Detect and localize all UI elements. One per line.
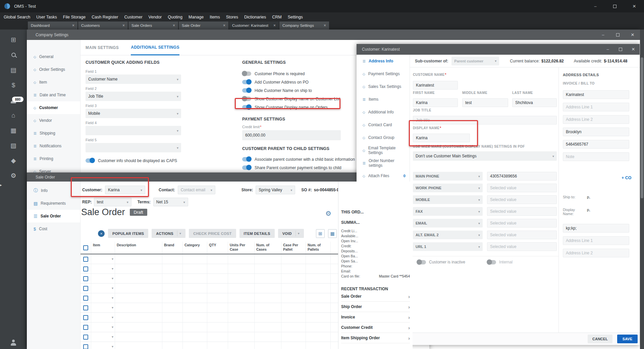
sale-order-nav-item[interactable]: $ Cost: [27, 222, 80, 235]
close-icon[interactable]: [625, 30, 640, 40]
table-row[interactable]: [80, 274, 338, 284]
first-name-input[interactable]: Karina: [413, 98, 458, 107]
toggle-switch[interactable]: [242, 71, 251, 76]
menu-item[interactable]: CRM: [269, 12, 284, 21]
document-tab[interactable]: Sale Orders: [128, 21, 178, 30]
address-input[interactable]: Address Line 1: [563, 103, 629, 111]
quick-field-select[interactable]: [86, 143, 181, 152]
restore-icon[interactable]: [610, 30, 625, 40]
column-header[interactable]: QTY: [207, 242, 228, 254]
search-icon[interactable]: [0, 47, 27, 62]
contact-value-input[interactable]: Selected value: [487, 207, 557, 216]
customer-titlebar[interactable]: Customer: Karinatest: [357, 44, 640, 55]
quick-field-select[interactable]: [86, 126, 181, 135]
quick-field-select[interactable]: Mobile: [86, 109, 181, 118]
scrollbar-thumb[interactable]: [641, 57, 643, 198]
settings-nav-item[interactable]: ◇ Vendor: [27, 114, 80, 127]
vertical-scrollbar[interactable]: [640, 30, 644, 349]
tab-close-icon[interactable]: [72, 23, 74, 28]
table-row[interactable]: [80, 332, 338, 342]
table-view-icon[interactable]: ▦: [328, 229, 337, 238]
gear-icon[interactable]: ⚙: [0, 168, 27, 183]
menu-item[interactable]: Stores: [223, 12, 241, 21]
parent-customer-select[interactable]: Parent customer: [451, 57, 499, 65]
address-input[interactable]: Brooklyn: [563, 128, 629, 136]
menu-item[interactable]: Global Search: [1, 12, 33, 21]
menu-item[interactable]: Dictionaries: [241, 12, 269, 21]
customer-nav-item[interactable]: ☰ Items: [357, 93, 410, 106]
minimize-icon[interactable]: [596, 30, 610, 40]
contact-type-select[interactable]: URL 1: [413, 242, 483, 251]
caps-toggle-switch[interactable]: [86, 158, 95, 163]
customer-nav-item[interactable]: ☰ Order Number settings: [357, 157, 410, 169]
row-checkbox[interactable]: [83, 276, 88, 281]
item-select-cell[interactable]: [91, 293, 115, 303]
menu-item[interactable]: Manage: [185, 12, 207, 21]
item-select-cell[interactable]: [91, 342, 115, 349]
minimize-icon[interactable]: [601, 44, 614, 55]
clear-items-icon[interactable]: [98, 230, 105, 237]
menu-item[interactable]: Items: [207, 12, 223, 21]
table-row[interactable]: [80, 284, 338, 293]
middle-name-input[interactable]: test: [462, 98, 508, 107]
recent-transaction-item[interactable]: Ship Order: [341, 302, 410, 312]
row-checkbox[interactable]: [83, 266, 88, 271]
tab-close-icon[interactable]: [173, 23, 175, 28]
contact-type-select[interactable]: FAX: [413, 207, 483, 216]
tab-close-icon[interactable]: [122, 23, 125, 28]
item-select-cell[interactable]: [91, 303, 115, 312]
check-price-cost-button[interactable]: CHECK PRICE COST: [189, 229, 236, 238]
save-button[interactable]: SAVE: [617, 335, 638, 343]
tab-close-icon[interactable]: [273, 23, 276, 28]
popular-items-button[interactable]: POPULAR ITEMS: [108, 229, 148, 238]
column-header[interactable]: Description: [115, 242, 162, 254]
item-select-cell[interactable]: [91, 332, 115, 342]
contact-type-select[interactable]: WORK PHONE: [413, 184, 483, 192]
menu-item[interactable]: Cash Register: [89, 12, 121, 21]
contact-value-input[interactable]: Selected value: [487, 231, 557, 239]
contact-type-select[interactable]: EMAIL: [413, 219, 483, 228]
credit-limit-input[interactable]: 600,000.00: [242, 130, 341, 140]
contact-value-input[interactable]: Selected value: [487, 219, 557, 228]
add-contact-link[interactable]: + CO: [622, 176, 632, 180]
dashboard-icon[interactable]: ⊞: [0, 32, 27, 47]
table-row[interactable]: [80, 313, 338, 322]
item-select-cell[interactable]: [91, 313, 115, 322]
recent-transaction-item[interactable]: Customer Credit: [341, 322, 410, 333]
address-input[interactable]: kp;kp;: [563, 224, 629, 233]
table-row[interactable]: [80, 342, 338, 349]
row-checkbox[interactable]: [83, 305, 88, 310]
customer-nav-item[interactable]: ◇ Sales Tax Settings: [357, 80, 410, 93]
settings-nav-item[interactable]: ◇ Item: [27, 76, 80, 89]
expand-rail-icon[interactable]: ▸: [0, 183, 2, 187]
app-titlebar[interactable]: OMS - Test: [0, 0, 644, 12]
tab-close-icon[interactable]: [223, 23, 225, 28]
row-checkbox[interactable]: [83, 325, 88, 330]
column-header[interactable]: Item: [91, 242, 115, 254]
table-row[interactable]: [80, 264, 338, 274]
customer-nav-item[interactable]: ◇ Contact Card: [357, 118, 410, 131]
document-tab[interactable]: Company Settings: [279, 21, 329, 30]
documents-icon[interactable]: ▤: [0, 62, 27, 78]
void-button[interactable]: VOID: [278, 229, 304, 238]
last-name-input[interactable]: Shchitova: [512, 98, 557, 107]
toggle-switch[interactable]: [242, 165, 251, 170]
column-header[interactable]: Brand: [162, 242, 183, 254]
gear-icon[interactable]: [325, 209, 331, 217]
store-select[interactable]: Spring Valley: [256, 186, 295, 194]
row-checkbox[interactable]: [83, 286, 88, 291]
address-input[interactable]: Address Line 2: [563, 249, 629, 257]
address-input[interactable]: 5464565767: [563, 140, 629, 149]
document-tab[interactable]: Customers: [78, 21, 128, 30]
item-select-cell[interactable]: [91, 322, 115, 332]
settings-nav-item[interactable]: ☰ Date and Time: [27, 89, 80, 101]
terms-select[interactable]: Net 15: [153, 198, 188, 206]
tasks-icon[interactable]: ▦: [0, 123, 27, 138]
table-row[interactable]: [80, 303, 338, 313]
contact-type-select[interactable]: MAIN PHONE: [413, 172, 483, 181]
item-select-cell[interactable]: [91, 274, 115, 283]
grid-view-icon[interactable]: ⊞: [316, 229, 325, 238]
menu-item[interactable]: Vendor: [146, 12, 165, 21]
column-header[interactable]: Case Per Pallet: [281, 242, 306, 254]
table-row[interactable]: [80, 322, 338, 332]
